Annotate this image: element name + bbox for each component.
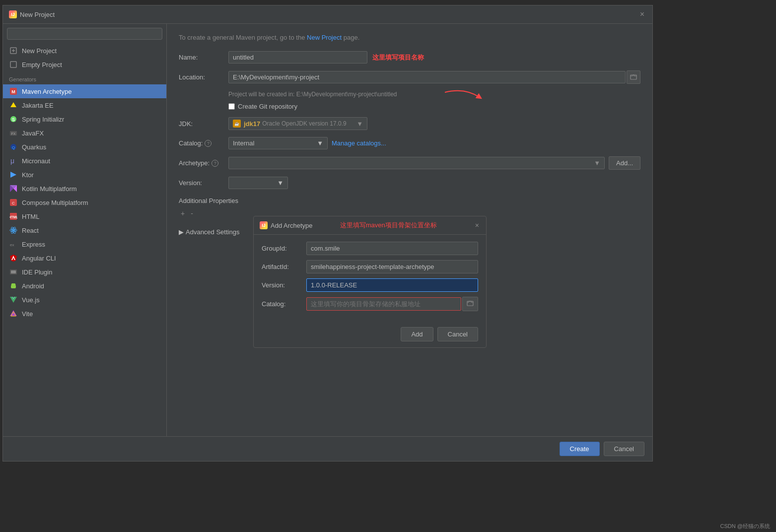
- version-select[interactable]: ▼: [228, 177, 288, 189]
- modal-catalog-input[interactable]: [306, 297, 461, 311]
- generators-label: Generators: [3, 71, 166, 84]
- modal-version-row: Version:: [262, 278, 478, 292]
- group-id-label: GroupId:: [262, 245, 306, 252]
- archetype-help-icon[interactable]: ?: [212, 160, 218, 167]
- version-label: Version:: [179, 179, 228, 187]
- new-project-link[interactable]: New Project: [307, 34, 342, 41]
- sidebar-item-label: Jakarta EE: [22, 102, 54, 109]
- modal-catalog-row: Catalog:: [262, 297, 478, 311]
- add-archetype-button[interactable]: Add...: [609, 156, 640, 170]
- remove-property-button[interactable]: -: [189, 208, 195, 218]
- artifact-id-input[interactable]: [306, 260, 478, 273]
- svg-rect-3: [10, 62, 16, 67]
- archetype-label: Archetype: ?: [179, 159, 228, 167]
- modal-cancel-button[interactable]: Cancel: [437, 327, 478, 341]
- jdk-version: Oracle OpenJDK version 17.0.9: [262, 120, 346, 127]
- sidebar-item-label: Compose Multiplatform: [22, 199, 88, 206]
- version-arrow: ▼: [277, 179, 283, 187]
- manage-catalogs-link[interactable]: Manage catalogs...: [332, 139, 386, 147]
- sidebar-item-label: Ktor: [22, 171, 34, 179]
- javafx-icon: FX: [9, 129, 18, 137]
- vue-icon: [9, 295, 18, 304]
- sidebar-item-new-project[interactable]: New Project: [3, 44, 166, 58]
- sidebar-item-micronaut[interactable]: μ Micronaut: [3, 154, 166, 168]
- location-row: Location:: [179, 70, 640, 84]
- jdk-name: jdk17: [244, 120, 260, 128]
- sidebar-item-vite[interactable]: Vite: [3, 307, 166, 321]
- add-property-button[interactable]: +: [179, 208, 187, 218]
- bottom-bar-text: CSDN @经猫の系统: [720, 523, 770, 529]
- sidebar-item-empty-project[interactable]: Empty Project: [3, 58, 166, 71]
- svg-marker-14: [10, 172, 16, 178]
- modal-close-button[interactable]: ×: [474, 220, 480, 230]
- empty-project-icon: [9, 60, 18, 69]
- angular-icon: [9, 254, 18, 263]
- sidebar-item-vuejs[interactable]: Vue.js: [3, 293, 166, 307]
- html-icon: HTML: [9, 212, 18, 221]
- sidebar-item-javafx[interactable]: FX JavaFX: [3, 126, 166, 140]
- svg-rect-31: [11, 285, 16, 288]
- jdk-row: JDK: ☕ jdk17 Oracle OpenJDK version 17.0…: [179, 117, 640, 130]
- add-archetype-dialog: IJ Add Archetype 这里填写maven项目骨架位置坐标 × Gro…: [253, 216, 487, 348]
- catalog-arrow: ▼: [317, 139, 323, 147]
- sidebar-item-android[interactable]: Android: [3, 279, 166, 293]
- modal-version-input[interactable]: [306, 278, 478, 292]
- modal-title: Add Archetype: [271, 222, 313, 229]
- sidebar-item-jakarta-ee[interactable]: Jakarta EE: [3, 98, 166, 112]
- sidebar-item-quarkus[interactable]: Q Quarkus: [3, 140, 166, 154]
- artifact-id-label: ArtifactId:: [262, 263, 306, 270]
- location-input[interactable]: [228, 71, 626, 83]
- git-checkbox[interactable]: [228, 103, 235, 110]
- cancel-button[interactable]: Cancel: [604, 442, 644, 456]
- sidebar-item-label: Spring Initializr: [22, 116, 64, 123]
- sidebar-item-ktor[interactable]: Ktor: [3, 168, 166, 182]
- spring-icon: S: [9, 115, 18, 124]
- group-id-input[interactable]: [306, 242, 478, 255]
- sidebar-item-label: Empty Project: [22, 61, 62, 68]
- modal-intellij-icon: IJ: [260, 221, 268, 229]
- svg-text:μ: μ: [10, 157, 14, 165]
- maven-icon: M: [9, 87, 18, 96]
- catalog-select[interactable]: Internal ▼: [228, 137, 328, 149]
- svg-text:C: C: [12, 201, 15, 205]
- dialog-close-button[interactable]: ×: [638, 9, 646, 19]
- sidebar-item-angular-cli[interactable]: Angular CLI: [3, 251, 166, 265]
- create-button[interactable]: Create: [560, 442, 600, 456]
- modal-add-button[interactable]: Add: [401, 327, 433, 341]
- sidebar-item-html[interactable]: HTML HTML: [3, 209, 166, 223]
- sidebar-item-kotlin-multiplatform[interactable]: Kotlin Multiplatform: [3, 182, 166, 196]
- sidebar-item-label: Express: [22, 241, 45, 248]
- modal-body: GroupId: ArtifactId: Version: Catalog:: [254, 235, 486, 323]
- browse-button[interactable]: [627, 70, 640, 84]
- sidebar-item-label: React: [22, 227, 39, 234]
- sidebar-item-label: Micronaut: [22, 157, 50, 165]
- catalog-help-icon[interactable]: ?: [205, 140, 212, 147]
- kotlin-icon: [9, 184, 18, 193]
- sidebar-item-ide-plugin[interactable]: IDE Plugin: [3, 265, 166, 279]
- sidebar-item-compose-multiplatform[interactable]: C Compose Multiplatform: [3, 196, 166, 209]
- jakarta-icon: [9, 101, 18, 110]
- sidebar-item-maven-archetype[interactable]: M Maven Archetype: [3, 84, 166, 98]
- name-input[interactable]: [228, 51, 367, 64]
- modal-browse-button[interactable]: [462, 297, 478, 311]
- micronaut-icon: μ: [9, 156, 18, 165]
- svg-rect-34: [12, 283, 15, 285]
- archetype-select[interactable]: ▼: [228, 157, 605, 169]
- svg-text:ex: ex: [10, 243, 14, 247]
- modal-titlebar: IJ Add Archetype 这里填写maven项目骨架位置坐标 ×: [254, 216, 486, 235]
- archetype-annotation: 这里填写maven项目骨架位置坐标: [340, 221, 437, 230]
- archetype-arrow: ▼: [594, 159, 600, 167]
- svg-point-22: [12, 229, 14, 231]
- android-icon: [9, 281, 18, 290]
- modal-catalog-label: Catalog:: [262, 300, 306, 308]
- sidebar-item-react[interactable]: React: [3, 223, 166, 237]
- sidebar-item-express[interactable]: ex Express: [3, 237, 166, 251]
- sidebar-item-label: Angular CLI: [22, 255, 56, 262]
- name-annotation: 这里填写项目名称: [372, 54, 424, 61]
- sidebar-item-label: HTML: [22, 213, 39, 220]
- sidebar-item-spring-initializr[interactable]: S Spring Initializr: [3, 112, 166, 126]
- jdk-selector[interactable]: ☕ jdk17 Oracle OpenJDK version 17.0.9 ▼: [228, 117, 367, 130]
- search-input[interactable]: [7, 28, 162, 40]
- sidebar-item-label: Kotlin Multiplatform: [22, 185, 77, 193]
- chevron-right-icon: ▶: [179, 228, 184, 236]
